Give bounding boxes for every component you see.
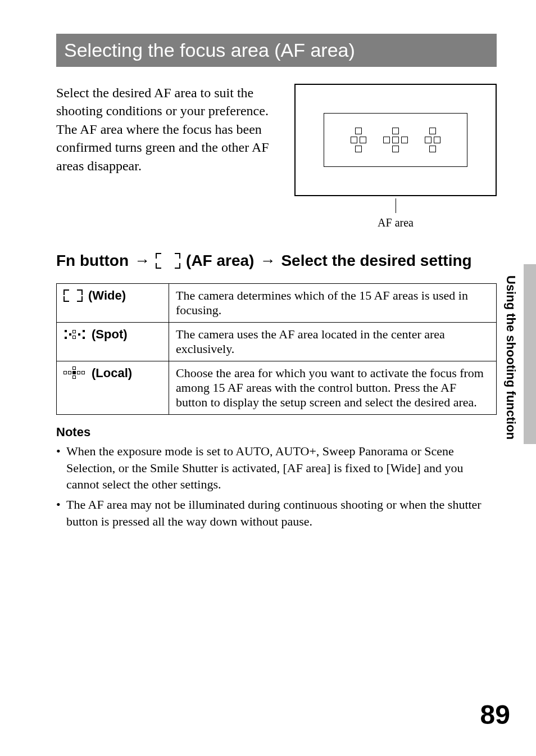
caption-leader-line [396, 198, 396, 213]
side-section-label: Using the shooting function [503, 275, 518, 440]
side-tab [524, 264, 536, 444]
option-label-cell: (Local) [57, 361, 169, 415]
intro-text: Select the desired AF area to suit the s… [56, 84, 278, 175]
option-label: (Spot) [92, 327, 128, 342]
list-item: When the exposure mode is set to AUTO, A… [56, 443, 497, 493]
af-cluster-center [383, 128, 408, 152]
option-label-cell: (Spot) [57, 323, 169, 361]
path-suffix: Select the desired setting [281, 252, 471, 270]
path-prefix: Fn button [56, 252, 129, 270]
intro-row: Select the desired AF area to suit the s… [56, 84, 497, 229]
diagram-caption: AF area [378, 216, 414, 229]
wide-icon [63, 289, 83, 302]
af-area-icon [156, 253, 180, 269]
option-label-cell: (Wide) [57, 284, 169, 323]
arrow-icon: → [134, 252, 150, 270]
af-area-diagram: AF area [294, 84, 497, 229]
af-cluster-left [351, 128, 366, 152]
table-row: (Spot) The camera uses the AF area locat… [57, 323, 497, 361]
spot-icon [63, 328, 86, 341]
af-boxes [324, 128, 467, 152]
af-cluster-right [425, 128, 440, 152]
notes-heading: Notes [56, 425, 497, 440]
page-title: Selecting the focus area (AF area) [56, 34, 497, 67]
option-desc: Choose the area for which you want to ac… [169, 361, 497, 415]
option-label: (Local) [92, 366, 132, 381]
nav-path: Fn button → (AF area) → Select the desir… [56, 252, 497, 270]
arrow-icon: → [260, 252, 275, 270]
path-mid: (AF area) [186, 252, 254, 270]
diagram-inner [324, 113, 467, 167]
page-number: 89 [480, 699, 510, 730]
list-item: The AF area may not be illuminated durin… [56, 496, 497, 529]
table-row: (Wide) The camera determines which of th… [57, 284, 497, 323]
table-row: (Local) Choose the area for which you wa… [57, 361, 497, 415]
notes-list: When the exposure mode is set to AUTO, A… [56, 443, 497, 529]
option-label: (Wide) [88, 288, 126, 303]
page: Using the shooting function Selecting th… [0, 0, 536, 756]
options-table: (Wide) The camera determines which of th… [56, 283, 497, 415]
diagram-outer [294, 84, 497, 196]
local-icon [63, 366, 86, 380]
option-desc: The camera uses the AF area located in t… [169, 323, 497, 361]
option-desc: The camera determines which of the 15 AF… [169, 284, 497, 323]
